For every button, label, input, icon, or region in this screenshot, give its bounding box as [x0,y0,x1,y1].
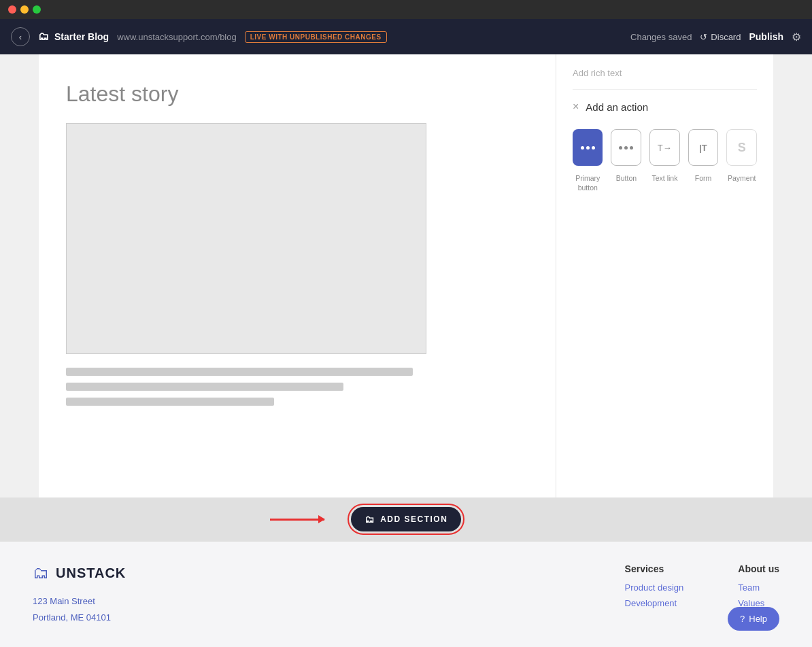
site-name: Starter Blog [54,31,109,42]
title-bar [0,0,812,19]
text-link-action[interactable]: T→ [649,129,680,166]
form-icon: |T [699,143,707,153]
discard-button[interactable]: ↺ Discard [700,32,741,42]
button-icon [619,146,633,150]
form-action[interactable]: |T [688,129,719,166]
main-wrapper: Latest story Add rich text × Add an acti… [0,54,812,647]
form-label: Form [688,174,719,192]
text-line [66,368,413,376]
footer-services-heading: Services [625,563,684,574]
maximize-button[interactable] [33,5,41,14]
footer-brand: 🗂 UNSTACK 123 Main Street Portland, ME 0… [33,563,625,625]
help-button[interactable]: ? Help [728,607,779,631]
back-arrow-icon: ‹ [19,32,22,42]
arrow-indicator [270,519,324,521]
action-title: Add an action [586,101,648,113]
add-section-button[interactable]: 🗂 ADD SECTION [351,507,462,531]
help-icon: ? [740,614,745,624]
footer-logo-icon: 🗂 [33,563,49,582]
help-label: Help [749,614,767,624]
arrow-line [270,519,324,521]
footer-services-link-2[interactable]: Development [625,598,684,608]
settings-icon[interactable]: ⚙ [792,31,801,43]
site-url: www.unstacksupport.com/blog [117,32,237,42]
action-labels-row: Primary button Button Text link Form Pay… [573,174,757,192]
text-line [66,383,343,391]
footer: 🗂 UNSTACK 123 Main Street Portland, ME 0… [0,541,812,647]
add-section-label: ADD SECTION [380,514,447,524]
discard-icon: ↺ [700,32,707,42]
add-section-icon: 🗂 [365,514,375,525]
footer-logo: 🗂 UNSTACK [33,563,625,582]
button-action[interactable] [611,129,641,166]
page-content: Latest story [39,54,556,497]
publish-button[interactable]: Publish [749,31,783,42]
unpublished-changes-badge: LIVE WITH UNPUBLISHED CHANGES [245,31,387,43]
discard-label: Discard [711,32,741,42]
payment-icon: S [738,141,746,155]
footer-address: 123 Main Street Portland, ME 04101 [33,593,625,625]
site-logo-icon: 🗂 [38,31,49,43]
right-panel: Add rich text × Add an action [556,54,773,497]
payment-action[interactable]: S [726,129,757,166]
close-action-icon[interactable]: × [573,101,579,113]
action-buttons-row: T→ |T S [573,129,757,166]
footer-inner: 🗂 UNSTACK 123 Main Street Portland, ME 0… [33,563,779,625]
footer-logo-text: UNSTACK [56,565,126,581]
payment-label: Payment [726,174,757,192]
text-link-label: Text link [649,174,680,192]
text-line [66,398,274,406]
primary-button-action[interactable] [573,129,603,166]
top-nav: ‹ 🗂 Starter Blog www.unstacksupport.com/… [0,19,812,54]
panel-divider [573,89,757,90]
footer-about-link-1[interactable]: Team [738,582,779,593]
close-button[interactable] [8,5,16,14]
button-label: Button [611,174,642,192]
changes-saved-text: Changes saved [630,32,692,42]
primary-button-icon [581,146,595,150]
rich-text-label: Add rich text [573,68,757,78]
site-brand: 🗂 Starter Blog [38,31,109,43]
footer-address-line1: 123 Main Street [33,593,625,609]
page-title: Latest story [66,82,528,107]
footer-nav-services: Services Product design Development [625,563,684,625]
image-placeholder [66,123,426,354]
footer-about-heading: About us [738,563,779,574]
publish-label: Publish [749,31,783,42]
text-link-icon: T→ [658,143,672,153]
canvas-area: Latest story Add rich text × Add an acti… [0,54,812,497]
footer-services-link-1[interactable]: Product design [625,582,684,593]
minimize-button[interactable] [20,5,29,14]
back-button[interactable]: ‹ [11,27,30,46]
action-header: × Add an action [573,101,757,113]
footer-address-line2: Portland, ME 04101 [33,610,625,625]
primary-button-label: Primary button [573,174,603,192]
add-section-area: 🗂 ADD SECTION [0,497,812,541]
